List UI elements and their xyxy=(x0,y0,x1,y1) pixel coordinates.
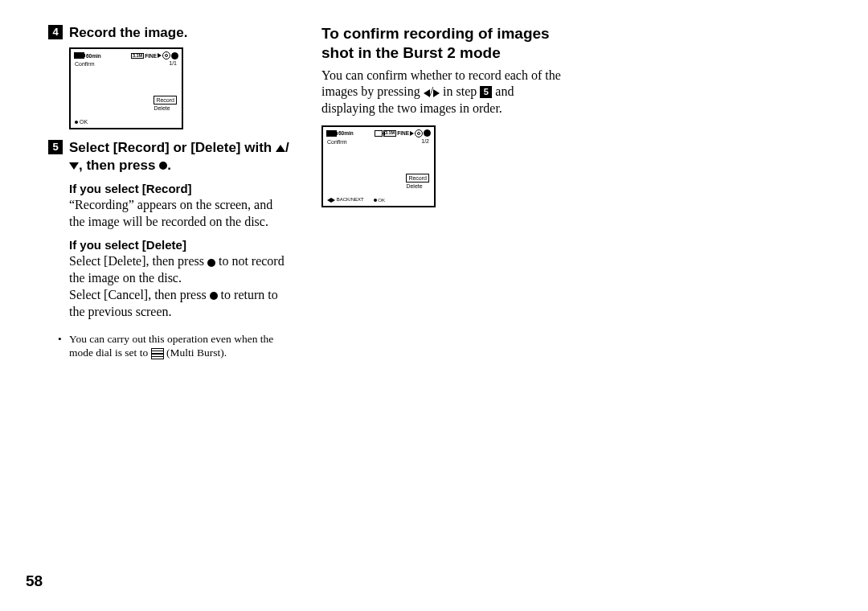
menu-record-2: Record xyxy=(406,174,429,182)
quality-text-2: FINE xyxy=(397,130,409,136)
step4-title: Record the image. xyxy=(69,24,187,41)
menu-delete-2: Delete xyxy=(406,182,429,190)
lcd-menu-1: Record Delete xyxy=(154,96,177,112)
top-status-cluster: 3.1M FINE xyxy=(131,51,178,59)
step5-a: Select [Record] or [Delete] with xyxy=(69,140,276,155)
resolution-badge: 3.1M xyxy=(131,53,144,59)
multiburst-icon xyxy=(151,348,164,359)
ok-row: OK xyxy=(75,119,88,125)
disc-icon xyxy=(162,51,170,59)
right-triangle-icon xyxy=(433,89,440,97)
up-triangle-icon xyxy=(276,145,285,152)
play-icon xyxy=(410,131,414,136)
center-button-icon xyxy=(210,292,218,300)
if-record-text: “Recording” appears on the screen, and t… xyxy=(69,197,289,231)
step5-b: , then press xyxy=(79,158,159,173)
battery-icon xyxy=(74,52,84,59)
resolution-badge-2: 3.1M xyxy=(383,130,396,137)
left-triangle-icon xyxy=(424,89,430,97)
step5-title: Select [Record] or [Delete] with /, then… xyxy=(69,139,289,174)
battery-text: 60min xyxy=(86,53,101,59)
counter-2: 1/2 xyxy=(421,138,429,144)
if-record-heading: If you select [Record] xyxy=(69,182,289,195)
note-bullet: You can carry out this operation even wh… xyxy=(58,332,289,360)
top-status-cluster-2: 3.1M FINE xyxy=(375,129,431,137)
play-icon xyxy=(158,53,162,58)
face-icon xyxy=(424,129,431,137)
confirm-label: Confirm xyxy=(75,61,95,67)
counter-1: 1/1 xyxy=(169,60,177,66)
backnext-label: BACK/NEXT xyxy=(337,197,364,202)
lcd-menu-2: Record Delete xyxy=(406,174,429,190)
ok-label-2: OK xyxy=(378,198,385,203)
backnext-row: BACK/NEXT OK xyxy=(327,197,385,202)
face-icon xyxy=(171,52,178,59)
battery-icon xyxy=(326,130,337,137)
ok-label: OK xyxy=(80,119,88,125)
inline-step-5: 5 xyxy=(480,86,492,98)
battery-indicator: 60min xyxy=(74,52,101,59)
battery-text-2: 60min xyxy=(338,130,354,136)
lcd-screen-1: 60min 3.1M FINE Confirm 1/1 Record Delet… xyxy=(69,47,183,129)
camera-icon xyxy=(375,130,383,137)
step4-heading: 4 Record the image. xyxy=(48,24,289,41)
if-delete-text: Select [Delete], then press to not recor… xyxy=(69,253,289,320)
step-number-4: 4 xyxy=(48,25,63,39)
step-number-5: 5 xyxy=(48,140,63,154)
section-title: To confirm recording of images shot in t… xyxy=(321,24,563,63)
menu-record: Record xyxy=(154,96,177,105)
confirm-label-2: Confirm xyxy=(327,139,347,145)
menu-delete: Delete xyxy=(154,105,177,112)
down-triangle-icon xyxy=(69,162,79,170)
right-paragraph: You can confirm whether to record each o… xyxy=(321,68,563,117)
disc-icon xyxy=(415,129,423,137)
page-number: 58 xyxy=(26,572,43,590)
center-button-icon xyxy=(207,259,215,267)
right-small-icon xyxy=(331,198,335,203)
step5-c: . xyxy=(167,158,171,173)
dot-icon xyxy=(374,199,377,202)
lcd-screen-2: 60min 3.1M FINE Confirm 1/2 Record Delet… xyxy=(321,125,436,207)
if-delete-heading: If you select [Delete] xyxy=(69,238,289,252)
quality-text: FINE xyxy=(145,53,157,59)
center-button-icon xyxy=(159,162,167,170)
step5-heading: 5 Select [Record] or [Delete] with /, th… xyxy=(48,139,289,174)
battery-indicator: 60min xyxy=(326,130,354,137)
dot-icon xyxy=(75,121,78,124)
